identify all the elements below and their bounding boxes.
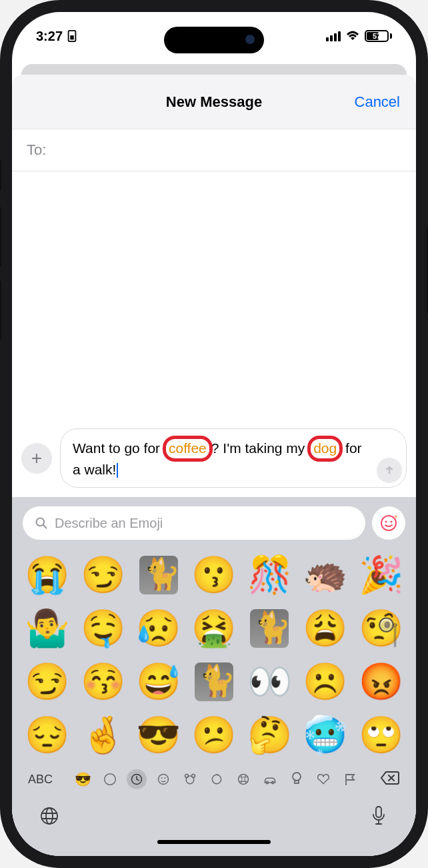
sticker-item[interactable] xyxy=(188,659,239,705)
emoji-item[interactable]: 😗 xyxy=(188,552,239,598)
category-objects-icon[interactable] xyxy=(287,769,307,789)
dynamic-island xyxy=(164,27,264,53)
to-label: To: xyxy=(27,141,46,158)
category-recent-icon[interactable] xyxy=(127,769,147,789)
wifi-icon xyxy=(346,31,359,41)
svg-rect-24 xyxy=(376,807,381,817)
svg-text:+: + xyxy=(394,514,398,520)
emoji-item[interactable]: 😥 xyxy=(133,605,184,652)
emoji-item[interactable]: 🎉 xyxy=(355,552,407,598)
status-time: 3:27 xyxy=(36,29,63,44)
search-icon xyxy=(35,516,48,530)
globe-keyboard-button[interactable] xyxy=(37,804,61,828)
svg-line-3 xyxy=(43,525,47,528)
emoji-item[interactable]: 🤮 xyxy=(188,605,239,652)
volume-up-button xyxy=(0,207,1,267)
emoji-item[interactable]: 😅 xyxy=(133,659,184,705)
category-animals-icon[interactable] xyxy=(180,769,200,789)
emoji-category-bar: ABC 😎 xyxy=(19,761,409,792)
emoji-item[interactable]: 🤷‍♂️ xyxy=(21,605,73,652)
svg-point-13 xyxy=(185,775,188,778)
svg-point-10 xyxy=(161,777,162,779)
emoji-item[interactable]: 🤤 xyxy=(77,605,128,652)
svg-point-19 xyxy=(293,773,301,781)
emoji-item[interactable]: 🧐 xyxy=(355,605,407,652)
svg-point-6 xyxy=(391,521,393,523)
emoji-item[interactable]: 😔 xyxy=(21,712,73,759)
send-button[interactable] xyxy=(377,458,402,483)
emoji-item[interactable]: 😏 xyxy=(77,552,128,598)
emoji-item[interactable]: 😭 xyxy=(21,552,73,598)
emoji-item[interactable]: 😎 xyxy=(133,712,184,759)
genmoji-button[interactable]: + xyxy=(372,506,405,540)
battery-percent: 57 xyxy=(373,32,381,40)
cellular-signal-icon xyxy=(326,31,341,41)
category-smileys-icon[interactable] xyxy=(153,769,173,789)
emoji-item[interactable]: 😕 xyxy=(188,712,239,759)
phone-frame: 3:27 57 New Message Cancel xyxy=(0,0,428,868)
backspace-button[interactable] xyxy=(376,771,404,788)
emoji-item[interactable]: 🙄 xyxy=(355,712,407,759)
volume-down-button xyxy=(0,280,1,340)
category-food-icon[interactable] xyxy=(207,769,227,789)
svg-point-20 xyxy=(41,808,57,824)
sticker-item[interactable] xyxy=(133,552,184,598)
battery-indicator: 57 xyxy=(365,30,392,42)
svg-point-15 xyxy=(212,775,221,783)
svg-point-11 xyxy=(164,777,165,779)
svg-point-21 xyxy=(46,808,53,824)
category-memoji-icon[interactable] xyxy=(100,769,120,789)
home-indicator[interactable] xyxy=(157,840,271,844)
conversation-area: + Want to go for coffee? I'm taking my d… xyxy=(12,171,416,497)
text-cursor xyxy=(117,463,118,478)
category-travel-icon[interactable] xyxy=(260,769,280,789)
new-message-sheet: New Message Cancel To: + Want to go for … xyxy=(12,75,416,856)
category-flags-icon[interactable] xyxy=(340,769,360,789)
emoji-item[interactable]: 😚 xyxy=(77,659,128,705)
abc-keyboard-button[interactable]: ABC xyxy=(24,773,57,787)
emoji-search-input[interactable]: Describe an Emoji xyxy=(23,506,365,540)
emoji-item[interactable]: 🦔 xyxy=(299,552,351,598)
emoji-item[interactable]: 👀 xyxy=(244,659,295,705)
emoji-search-placeholder: Describe an Emoji xyxy=(55,516,163,531)
svg-point-9 xyxy=(158,775,168,785)
emoji-item[interactable]: 🤞 xyxy=(77,712,128,759)
emoji-item[interactable]: 🎊 xyxy=(244,552,295,598)
svg-rect-1 xyxy=(70,35,73,39)
sim-icon xyxy=(67,30,77,42)
svg-point-5 xyxy=(385,521,387,523)
to-field[interactable]: To: xyxy=(12,129,416,171)
nav-title: New Message xyxy=(166,93,262,111)
screen: 3:27 57 New Message Cancel xyxy=(12,12,416,856)
svg-point-16 xyxy=(238,775,248,785)
emoji-keyboard: Describe an Emoji + 😭😏😗🎊🦔🎉🤷‍♂️🤤😥🤮😩🧐😏😚😅👀☹… xyxy=(12,497,416,856)
emoji-grid: 😭😏😗🎊🦔🎉🤷‍♂️🤤😥🤮😩🧐😏😚😅👀☹️😡😔🤞😎😕🤔🥶🙄 xyxy=(19,549,409,761)
message-input[interactable]: Want to go for coffee? I'm taking my dog… xyxy=(60,428,407,488)
mute-switch xyxy=(0,160,1,191)
dictation-button[interactable] xyxy=(367,804,391,828)
nav-header: New Message Cancel xyxy=(12,75,416,129)
emoji-item[interactable]: 😡 xyxy=(355,659,407,705)
emoji-item[interactable]: ☹️ xyxy=(299,659,351,705)
category-stickers-icon[interactable]: 😎 xyxy=(73,769,93,789)
category-activity-icon[interactable] xyxy=(233,769,253,789)
add-attachment-button[interactable]: + xyxy=(21,443,52,474)
emoji-suggestion-dog[interactable]: dog xyxy=(307,436,343,461)
category-symbols-icon[interactable] xyxy=(313,769,333,789)
emoji-item[interactable]: 🥶 xyxy=(299,712,351,759)
emoji-item[interactable]: 😏 xyxy=(21,659,73,705)
emoji-item[interactable]: 🤔 xyxy=(244,712,295,759)
sticker-item[interactable] xyxy=(244,605,295,652)
emoji-suggestion-coffee[interactable]: coffee xyxy=(163,436,213,461)
cancel-button[interactable]: Cancel xyxy=(355,93,400,111)
svg-point-14 xyxy=(191,775,195,778)
emoji-item[interactable]: 😩 xyxy=(299,605,351,652)
